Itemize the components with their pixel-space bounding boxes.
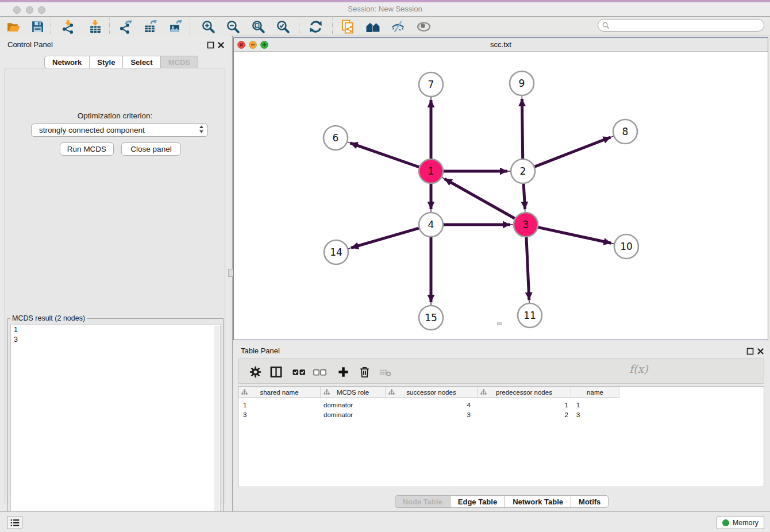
mcds-panel: Optimization criterion: strongly connect… <box>5 68 225 503</box>
network-view-window: scc.txt 7968124314101511 <box>233 37 768 340</box>
table-settings-icon[interactable] <box>248 364 263 379</box>
search-box[interactable] <box>598 19 764 32</box>
graph-edge-3-10[interactable] <box>538 228 611 244</box>
graph-node-label: 6 <box>333 132 339 144</box>
zoom-out-icon[interactable] <box>225 18 241 34</box>
graph-node-label: 3 <box>523 219 529 230</box>
search-input[interactable] <box>612 21 764 30</box>
table-row[interactable]: 1 dominator 4 1 1 <box>238 400 619 410</box>
zoom-fit-icon[interactable] <box>250 18 266 34</box>
deselect-all-columns-icon[interactable] <box>312 364 327 379</box>
graph-edge-2-9[interactable] <box>522 99 522 159</box>
table-panel: Table Panel f(x) shared <box>233 342 770 511</box>
cell-shared-name[interactable]: 1 <box>238 400 321 410</box>
graph-node-label: 10 <box>620 241 633 252</box>
graph-edge-4-14[interactable] <box>351 228 419 248</box>
table-row[interactable]: 3 dominator 3 2 3 <box>238 410 619 420</box>
toolbar-separator <box>332 18 333 34</box>
select-all-columns-icon[interactable] <box>291 364 306 379</box>
tab-motifs[interactable]: Motifs <box>571 495 609 508</box>
cell-name[interactable]: 3 <box>571 410 619 420</box>
export-network-icon[interactable] <box>117 18 133 34</box>
column-header-shared-name[interactable]: shared name <box>238 387 321 398</box>
main-toolbar <box>0 17 770 36</box>
tab-mcds[interactable]: MCDS <box>161 56 198 68</box>
float-table-panel-icon[interactable] <box>746 347 754 354</box>
tab-select[interactable]: Select <box>123 56 160 68</box>
zoom-in-icon[interactable] <box>200 18 216 34</box>
tab-style[interactable]: Style <box>90 56 123 68</box>
tab-edge-table[interactable]: Edge Table <box>451 495 505 508</box>
delete-table-icon[interactable] <box>378 364 392 379</box>
memory-status-icon <box>722 519 729 526</box>
network-window-title: scc.txt <box>234 40 768 49</box>
close-table-panel-icon[interactable] <box>757 347 764 354</box>
tab-node-table[interactable]: Node Table <box>395 495 451 508</box>
graph-edge-2-8[interactable] <box>535 137 611 167</box>
tab-network[interactable]: Network <box>44 56 90 68</box>
graph-node-label: 7 <box>428 79 434 90</box>
column-type-icon <box>388 389 395 395</box>
mcds-result-text[interactable]: 1 3 <box>10 325 221 531</box>
list-icon <box>10 519 20 527</box>
graph-edge-3-1[interactable] <box>445 179 515 218</box>
memory-button[interactable]: Memory <box>717 516 764 529</box>
import-table-icon[interactable] <box>87 18 103 34</box>
cell-successor-nodes[interactable]: 4 <box>386 400 478 410</box>
export-table-icon[interactable] <box>142 18 158 34</box>
cell-predecessor-nodes[interactable]: 2 <box>478 410 571 420</box>
criterion-dropdown[interactable]: strongly connected component <box>31 124 208 137</box>
graph-node-label: 2 <box>520 165 526 177</box>
column-label: name <box>587 389 603 396</box>
cell-name[interactable]: 1 <box>571 400 619 410</box>
open-session-icon[interactable] <box>5 18 21 34</box>
save-session-icon[interactable] <box>29 18 45 34</box>
function-builder-icon[interactable]: f(x) <box>629 363 648 375</box>
graph-edge-2-3[interactable] <box>523 184 525 209</box>
tab-network-table[interactable]: Network Table <box>505 495 571 508</box>
network-window-titlebar[interactable]: scc.txt <box>234 38 768 52</box>
add-column-icon[interactable] <box>336 364 351 379</box>
result-scrollbar[interactable] <box>214 326 220 530</box>
toolbar-separator <box>109 18 110 34</box>
graph-node-label: 11 <box>523 310 536 321</box>
refresh-network-icon[interactable] <box>307 18 324 34</box>
cell-predecessor-nodes[interactable]: 1 <box>478 400 571 410</box>
first-neighbors-icon[interactable] <box>365 18 381 34</box>
import-network-icon[interactable] <box>60 18 76 34</box>
mcds-result-box: MCDS result (2 nodes) 1 3 <box>7 314 224 532</box>
table-toolbar: f(x) <box>238 358 764 384</box>
run-mcds-button[interactable]: Run MCDS <box>60 142 114 156</box>
hide-selected-icon[interactable] <box>390 18 406 34</box>
control-panel: Control Panel Network Style Select MCDS … <box>0 36 230 511</box>
graph-edge-3-11[interactable] <box>526 237 529 300</box>
delete-column-icon[interactable] <box>357 364 372 379</box>
close-panel-icon[interactable] <box>217 41 225 48</box>
task-history-button[interactable] <box>7 516 22 529</box>
float-panel-icon[interactable] <box>207 41 214 48</box>
network-canvas[interactable]: 7968124314101511 <box>234 52 768 340</box>
optimization-criterion-label: Optimization criterion: <box>5 111 225 120</box>
cell-mcds-role[interactable]: dominator <box>321 400 386 410</box>
table-tabs: Node Table Edge Table Network Table Moti… <box>233 495 770 508</box>
duplicate-network-icon[interactable] <box>340 18 356 34</box>
export-image-icon[interactable] <box>167 18 183 34</box>
graph-edge-1-6[interactable] <box>350 143 419 167</box>
cell-successor-nodes[interactable]: 3 <box>386 410 478 420</box>
graph-edges[interactable] <box>347 95 615 306</box>
toggle-columns-icon[interactable] <box>268 364 283 379</box>
column-header-name[interactable]: name <box>571 387 619 398</box>
network-resize-grip[interactable] <box>497 322 502 325</box>
column-header-successor-nodes[interactable]: successor nodes <box>386 387 478 398</box>
close-panel-button[interactable]: Close panel <box>121 142 181 156</box>
graph-node-label: 1 <box>428 165 434 177</box>
app-titlebar: Session: New Session <box>0 2 770 17</box>
column-header-mcds-role[interactable]: MCDS role <box>321 387 386 398</box>
zoom-selected-icon[interactable] <box>275 18 291 34</box>
show-all-icon[interactable] <box>415 18 432 34</box>
node-table[interactable]: shared name MCDS role successor nodes pr… <box>238 386 764 487</box>
column-header-predecessor-nodes[interactable]: predecessor nodes <box>478 387 571 398</box>
cell-mcds-role[interactable]: dominator <box>321 410 386 420</box>
table-panel-title: Table Panel <box>241 346 280 355</box>
cell-shared-name[interactable]: 3 <box>238 410 321 420</box>
